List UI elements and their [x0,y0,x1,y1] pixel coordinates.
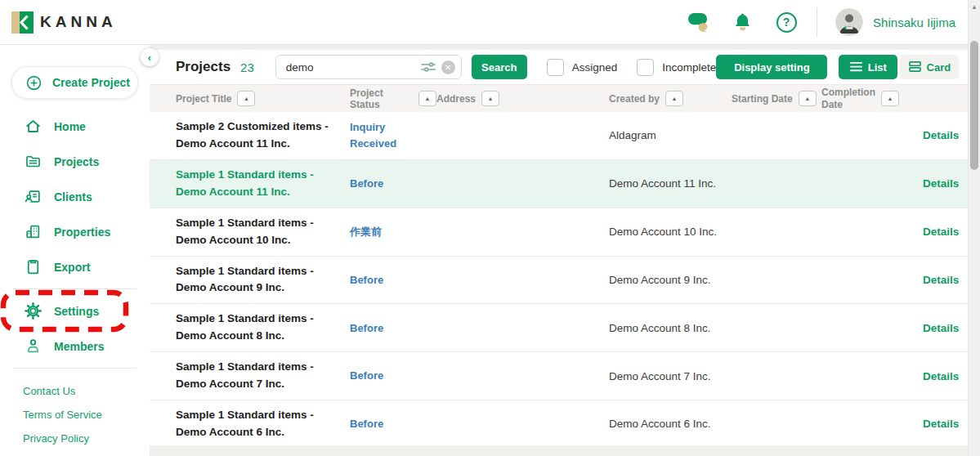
project-status: Before [350,272,436,288]
project-status: Before [350,416,436,432]
create-project-label: Create Project [52,76,130,89]
table-row[interactable]: Sample 1 Standard items - Demo Account 8… [150,304,970,352]
assigned-checkbox[interactable] [547,59,564,76]
details-link[interactable]: Details [923,370,959,382]
plus-circle-icon [25,74,43,92]
header-divider [817,7,817,37]
scroll-up-icon[interactable]: ▲ [969,3,980,11]
sidebar-item-label: Home [54,120,86,133]
sidebar-item-properties[interactable]: Properties [0,214,150,249]
table-row[interactable]: Sample 1 Standard items - Demo Account 6… [150,400,970,445]
sidebar-item-settings[interactable]: Settings [0,293,150,329]
table-row[interactable]: Sample 1 Standard items - Demo Account 1… [150,208,970,257]
project-title: Sample 1 Standard items - Demo Account 7… [176,352,350,400]
clear-search-icon[interactable]: ✕ [441,60,455,74]
list-label: List [868,61,887,74]
user-name[interactable]: Shinsaku Iijima [873,16,955,29]
details-link[interactable]: Details [923,129,959,141]
search-box: ✕ [275,55,462,79]
project-status: Before [350,368,436,384]
table-row[interactable]: Sample 1 Standard items - Demo Account 9… [150,257,970,305]
sort-ascending-button[interactable]: ▲ [799,91,817,106]
checkbox-label: Assigned [572,61,618,74]
project-status: Inquiry Received [350,119,436,151]
person-icon [25,338,42,355]
bell-icon[interactable] [730,11,754,34]
details-link[interactable]: Details [923,226,959,238]
column-label: Address [436,93,476,105]
sidebar-item-label: Clients [54,190,92,203]
table-row[interactable]: Sample 1 Standard items - Demo Account 7… [150,352,970,400]
created-by: Demo Account 10 Inc. [609,226,732,238]
details-link[interactable]: Details [923,274,959,286]
search-button[interactable]: Search [472,55,527,79]
sidebar-collapse-button[interactable]: ‹ [141,48,159,66]
create-project-button[interactable]: Create Project [11,66,138,99]
home-icon [25,118,42,135]
column-label: Project Title [176,93,231,105]
sidebar-item-export[interactable]: Export [0,249,150,284]
scrollbar-thumb[interactable] [970,41,978,170]
kanna-logo-icon [11,11,34,34]
top-header: KANNA ? S [0,0,980,45]
search-input[interactable] [286,61,420,74]
column-header-project-status: Project Status▲ [350,87,436,110]
sort-ascending-button[interactable]: ▲ [481,91,499,106]
vertical-scrollbar[interactable]: ▲ [968,0,980,456]
table-row[interactable]: Sample 2 Customized items - Demo Account… [150,112,970,160]
details-link[interactable]: Details [923,177,959,190]
column-header-address: Address▲ [436,91,609,106]
filter-incomplete: Incomplete [637,59,716,76]
chat-icon[interactable] [686,11,710,34]
clients-icon [25,188,42,205]
footer-link-contact-us[interactable]: Contact Us [23,379,150,403]
sidebar-item-members[interactable]: Members [0,329,150,364]
projects-count: 23 [240,60,254,74]
sort-ascending-button[interactable]: ▲ [237,91,255,106]
sort-ascending-button[interactable]: ▲ [418,91,436,106]
created-by: Aldagram [609,129,732,141]
main-content: Projects 23 ✕ Search AssignedIncomplete [150,45,980,456]
column-header-project-title: Project Title▲ [176,91,350,106]
created-by: Demo Account 8 Inc. [609,322,732,334]
footer-link-privacy-policy[interactable]: Privacy Policy [23,427,150,450]
project-title: Sample 1 Standard items - Demo Account 6… [176,400,350,445]
created-by: Demo Account 7 Inc. [609,370,732,382]
filter-sliders-icon[interactable] [420,60,436,74]
column-label: Starting Date [732,93,793,105]
column-label: Project Status [350,87,413,110]
sidebar-nav: HomeProjectsClientsPropertiesExportSetti… [0,109,150,369]
sidebar-item-clients[interactable]: Clients [0,179,150,214]
column-header-created-by: Created by▲ [609,91,732,106]
incomplete-checkbox[interactable] [637,59,654,76]
list-view-button[interactable]: List [839,55,897,79]
sidebar-item-home[interactable]: Home [0,109,150,144]
project-title: Sample 1 Standard items - Demo Account 1… [176,160,350,208]
help-icon[interactable]: ? [774,11,799,34]
export-icon [25,258,42,275]
filter-assigned: Assigned [547,59,618,76]
avatar[interactable] [835,8,863,36]
display-setting-button[interactable]: Display setting [716,55,827,79]
list-icon [850,61,862,72]
projects-toolbar: Projects 23 ✕ Search AssignedIncomplete [150,50,970,84]
project-title: Sample 2 Customized items - Demo Account… [176,112,350,159]
sort-ascending-button[interactable]: ▲ [881,91,899,106]
sidebar-item-label: Projects [54,155,99,168]
view-toggle: List Card [839,55,959,79]
created-by: Demo Account 9 Inc. [609,274,732,286]
project-status: 作業前 [350,224,436,240]
table-row[interactable]: Sample 1 Standard items - Demo Account 1… [150,160,970,208]
footer-link-terms-of-service[interactable]: Terms of Service [23,403,150,427]
details-link[interactable]: Details [923,418,959,430]
card-view-button[interactable]: Card [900,55,959,79]
checkbox-label: Incomplete [662,61,716,74]
gear-icon [25,302,42,320]
sort-ascending-button[interactable]: ▲ [665,91,683,106]
sidebar: ‹ Create Project HomeProjectsClientsProp… [0,45,150,456]
sidebar-item-label: Properties [54,226,110,239]
column-label: Completion Date [821,87,875,111]
details-link[interactable]: Details [923,322,959,334]
sidebar-footer-links: Contact UsTerms of ServicePrivacy Policy [0,373,150,450]
sidebar-item-projects[interactable]: Projects [0,144,150,179]
